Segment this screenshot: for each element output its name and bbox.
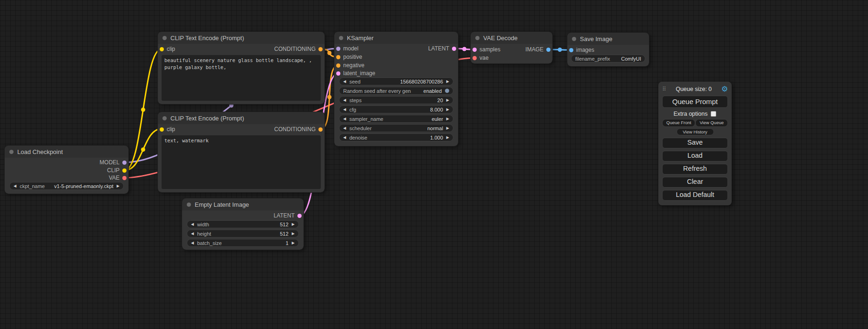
node-load-checkpoint[interactable]: Load Checkpoint MODEL CLIP VAE ◀ ckpt_na… <box>5 146 128 194</box>
queue-prompt-button[interactable]: Queue Prompt <box>662 96 728 108</box>
queue-size-label: Queue size: 0 <box>666 86 721 92</box>
widget-value: ComfyUI <box>621 56 641 62</box>
input-dot-latent-image[interactable] <box>336 71 340 76</box>
increment-arrow-icon[interactable]: ▶ <box>446 126 449 130</box>
clear-button[interactable]: Clear <box>662 177 728 188</box>
increment-arrow-icon[interactable]: ▶ <box>446 108 449 112</box>
refresh-button[interactable]: Refresh <box>662 164 728 175</box>
decrement-arrow-icon[interactable]: ◀ <box>343 136 346 140</box>
output-dot-clip[interactable] <box>122 168 127 173</box>
drag-handle-icon[interactable]: ⠿ <box>662 86 666 92</box>
collapse-dot-icon[interactable] <box>9 150 14 154</box>
decrement-arrow-icon[interactable]: ◀ <box>191 241 194 245</box>
collapse-dot-icon[interactable] <box>187 203 191 207</box>
output-dot-model[interactable] <box>122 161 127 165</box>
decrement-arrow-icon[interactable]: ◀ <box>343 126 346 130</box>
input-dot-negative[interactable] <box>336 63 340 68</box>
widget-steps[interactable]: ◀ steps 20 ▶ <box>339 96 453 104</box>
input-dot-positive[interactable] <box>336 55 340 59</box>
decrement-arrow-icon[interactable]: ◀ <box>14 184 16 188</box>
toggle-dot-icon[interactable] <box>445 89 449 93</box>
extra-options-checkbox[interactable] <box>711 111 716 117</box>
node-empty-latent-image[interactable]: Empty Latent Image LATENT ◀ width 512 ▶ … <box>182 198 303 250</box>
output-dot-latent[interactable] <box>297 214 302 218</box>
input-dot-images[interactable] <box>569 48 573 52</box>
decrement-arrow-icon[interactable]: ◀ <box>343 98 346 102</box>
output-dot-vae[interactable] <box>122 176 127 180</box>
collapse-dot-icon[interactable] <box>475 36 480 40</box>
node-graph-canvas[interactable]: Load Checkpoint MODEL CLIP VAE ◀ ckpt_na… <box>0 0 868 329</box>
load-button[interactable]: Load <box>662 151 728 161</box>
prompt-textarea[interactable]: beautiful scenery nature glass bottle la… <box>162 55 321 101</box>
output-slot-conditioning: CONDITIONING <box>158 45 325 53</box>
output-dot-image[interactable] <box>546 48 550 52</box>
output-dot-conditioning[interactable] <box>318 47 323 51</box>
node-title-bar[interactable]: VAE Decode <box>471 32 552 44</box>
decrement-arrow-icon[interactable]: ◀ <box>343 80 346 84</box>
wire-midpoint-dot[interactable] <box>462 47 466 51</box>
node-ksampler[interactable]: KSampler model positive negative latent_… <box>334 32 458 146</box>
queue-front-button[interactable]: Queue Front <box>662 119 695 127</box>
increment-arrow-icon[interactable]: ▶ <box>117 184 120 188</box>
increment-arrow-icon[interactable]: ▶ <box>446 117 449 121</box>
collapse-dot-icon[interactable] <box>162 116 167 120</box>
node-title-bar[interactable]: Load Checkpoint <box>5 146 128 158</box>
node-title-bar[interactable]: Empty Latent Image <box>182 198 303 210</box>
collapse-dot-icon[interactable] <box>339 36 343 40</box>
prompt-textarea[interactable]: text, watermark <box>162 135 321 189</box>
widget-ckpt-name[interactable]: ◀ ckpt_name v1-5-pruned-emaonly.ckpt ▶ <box>9 182 124 190</box>
widget-batch-size[interactable]: ◀ batch_size 1 ▶ <box>187 239 299 247</box>
increment-arrow-icon[interactable]: ▶ <box>446 98 449 102</box>
node-save-image[interactable]: Save Image images filename_prefix ComfyU… <box>567 33 649 66</box>
wire-midpoint-dot[interactable] <box>558 48 562 52</box>
node-title: Empty Latent Image <box>195 201 249 208</box>
node-title-bar[interactable]: KSampler <box>334 32 458 44</box>
widget-cfg[interactable]: ◀ cfg 8.000 ▶ <box>339 105 453 113</box>
settings-gear-icon[interactable]: ⚙ <box>721 85 728 93</box>
widget-value: euler <box>431 116 443 122</box>
wire-midpoint-dot[interactable] <box>327 51 332 55</box>
wire-midpoint-dot[interactable] <box>327 95 332 99</box>
node-clip-text-encode-positive[interactable]: CLIP Text Encode (Prompt) clip CONDITION… <box>158 32 325 104</box>
widget-seed[interactable]: ◀ seed 156680208700286 ▶ <box>339 77 453 85</box>
widget-filename-prefix[interactable]: filename_prefix ComfyUI <box>571 55 645 63</box>
widget-random-seed-toggle[interactable]: Random seed after every gen enabled <box>339 87 453 95</box>
widget-width[interactable]: ◀ width 512 ▶ <box>187 220 299 228</box>
widget-label: steps <box>349 98 361 103</box>
node-vae-decode[interactable]: VAE Decode samples vae IMAGE <box>471 32 552 63</box>
widget-label: seed <box>349 79 360 84</box>
increment-arrow-icon[interactable]: ▶ <box>446 136 449 140</box>
input-dot-vae[interactable] <box>473 56 477 60</box>
decrement-arrow-icon[interactable]: ◀ <box>191 232 194 236</box>
decrement-arrow-icon[interactable]: ◀ <box>343 108 346 112</box>
queue-menu-panel: ⠿ Queue size: 0 ⚙ Queue Prompt Extra opt… <box>658 82 732 205</box>
node-title-bar[interactable]: CLIP Text Encode (Prompt) <box>158 32 325 44</box>
decrement-arrow-icon[interactable]: ◀ <box>343 117 346 121</box>
decrement-arrow-icon[interactable]: ◀ <box>191 223 194 226</box>
wire-midpoint-dot[interactable] <box>141 147 145 152</box>
slot-label: CONDITIONING <box>274 46 316 52</box>
load-default-button[interactable]: Load Default <box>662 190 728 201</box>
widget-denoise[interactable]: ◀ denoise 1.000 ▶ <box>339 133 453 141</box>
widget-sampler-name[interactable]: ◀ sampler_name euler ▶ <box>339 115 453 123</box>
increment-arrow-icon[interactable]: ▶ <box>292 232 295 236</box>
node-title-bar[interactable]: CLIP Text Encode (Prompt) <box>158 112 325 124</box>
node-clip-text-encode-negative[interactable]: CLIP Text Encode (Prompt) clip CONDITION… <box>158 112 325 192</box>
view-queue-button[interactable]: View Queue <box>695 119 728 127</box>
increment-arrow-icon[interactable]: ▶ <box>292 241 295 245</box>
increment-arrow-icon[interactable]: ▶ <box>446 80 449 84</box>
output-dot-conditioning[interactable] <box>318 127 323 132</box>
collapse-dot-icon[interactable] <box>162 36 167 40</box>
save-button[interactable]: Save <box>662 138 728 148</box>
node-title: KSampler <box>347 35 374 42</box>
collapse-dot-icon[interactable] <box>572 37 576 41</box>
widget-height[interactable]: ◀ height 512 ▶ <box>187 230 299 238</box>
widget-scheduler[interactable]: ◀ scheduler normal ▶ <box>339 124 453 132</box>
node-title-bar[interactable]: Save Image <box>567 33 649 45</box>
view-history-button[interactable]: View History <box>677 128 714 135</box>
increment-arrow-icon[interactable]: ▶ <box>292 223 295 226</box>
slot-label: CLIP <box>107 167 120 174</box>
slot-label: negative <box>343 62 364 69</box>
wire-midpoint-dot[interactable] <box>141 108 145 112</box>
output-dot-latent[interactable] <box>452 47 456 51</box>
